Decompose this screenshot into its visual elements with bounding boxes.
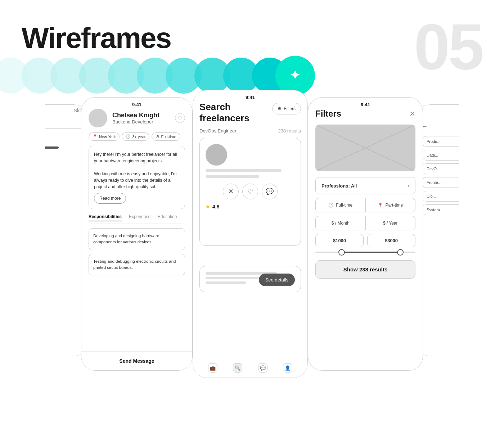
see-details-button[interactable]: See details xyxy=(259,274,295,286)
profile-tabs: Responsibilities Experience Education xyxy=(89,214,185,224)
location-icon: 📍 xyxy=(93,134,98,139)
status-bar-3: 9:41 xyxy=(193,90,307,102)
svg-point-8 xyxy=(223,58,259,94)
close-button[interactable]: ✕ xyxy=(409,110,415,117)
month-option[interactable]: $ / Month xyxy=(316,216,366,230)
send-message-button[interactable]: Send Message xyxy=(81,351,192,370)
nav-messages-icon[interactable]: 💬 xyxy=(258,363,267,373)
skip-text[interactable]: Skip xyxy=(17,105,88,113)
filters-title: Filters xyxy=(315,109,341,119)
phone-search: 9:41 Search freelancers ⚙ Filters DevOps… xyxy=(193,90,308,378)
card-front[interactable]: ✕ ♡ 💬 ★ 4.8 xyxy=(199,138,301,246)
phones-container: Skip y $ / Year 9:41 Chelsea Knight Back… xyxy=(0,90,504,378)
salary-period-filter: $ / Month $ / Year xyxy=(315,216,415,230)
profile-name: Chelsea Knight xyxy=(112,112,159,119)
search-header: Search freelancers ⚙ Filters xyxy=(199,102,301,124)
responsibility-1: Developing and designing hardware compon… xyxy=(89,228,185,250)
svg-point-3 xyxy=(79,58,115,94)
time-icon: ⏱ xyxy=(156,135,159,139)
jobtype-tag: ⏱ Full-time xyxy=(152,132,180,141)
location-icon2: 📍 xyxy=(378,203,383,208)
page-number: 05 xyxy=(414,14,482,79)
fulltime-option[interactable]: 🕐 Full-time xyxy=(316,198,366,212)
read-more-button[interactable]: Read more xyxy=(94,193,126,204)
svg-point-9 xyxy=(252,58,288,94)
category-data[interactable]: Data... xyxy=(421,150,482,161)
responsibility-2: Testing and debugging electronic circuit… xyxy=(89,254,185,276)
tab-responsibilities[interactable]: Responsibilities xyxy=(89,214,122,221)
results-count: 238 results xyxy=(278,128,301,134)
profile-info: Chelsea Knight Backend Developer xyxy=(112,112,159,125)
rating-value: 4.8 xyxy=(212,204,219,209)
year-option[interactable]: $ / Year xyxy=(366,216,415,230)
card-avatar xyxy=(206,144,227,166)
search-category: DevOps Engineer xyxy=(199,128,237,134)
profile-section: Chelsea Knight Backend Developer ♡ xyxy=(89,109,185,127)
category-product[interactable]: Produ... xyxy=(421,136,482,147)
back-button[interactable]: ← xyxy=(421,123,482,130)
svg-point-5 xyxy=(137,58,173,94)
phone-onboarding: Skip y $ / Year xyxy=(16,104,88,356)
card-actions: ✕ ♡ 💬 xyxy=(206,184,295,199)
filter-icon: ⚙ xyxy=(278,106,282,111)
nav-profile-icon[interactable]: 👤 xyxy=(283,363,292,373)
category-frontend[interactable]: Fronte... xyxy=(421,177,482,188)
svg-point-6 xyxy=(166,58,202,94)
phone-categories: ← Produ... Data... DevO... Fronte... Clo… xyxy=(416,104,488,356)
details-line-3 xyxy=(206,281,246,284)
range-track xyxy=(341,252,401,253)
tab-education[interactable]: Education xyxy=(158,214,177,221)
svg-point-10 xyxy=(275,56,315,95)
range-thumb-left[interactable] xyxy=(338,249,345,256)
nav-jobs-icon[interactable]: 💼 xyxy=(208,363,217,373)
min-salary-input[interactable]: $1000 xyxy=(315,234,364,247)
bottom-nav: 💼 🔍 💬 👤 xyxy=(193,358,307,378)
onboarding-letter: y xyxy=(19,113,85,125)
profile-role: Backend Developer xyxy=(112,119,159,125)
parttime-option[interactable]: 📍 Part-time xyxy=(366,198,415,212)
nav-search-icon[interactable]: 🔍 xyxy=(233,363,242,373)
image-placeholder xyxy=(315,125,415,171)
favorite-button[interactable]: ♡ xyxy=(175,113,185,123)
phone-profile: 9:41 Chelsea Knight Backend Developer ♡ … xyxy=(81,97,193,371)
bio-box: Hey there! I'm your perfect freelancer f… xyxy=(89,146,185,209)
phone-filters: 9:41 Filters ✕ Professions: All › 🕐 Full… xyxy=(308,97,423,371)
svg-point-7 xyxy=(194,58,230,94)
card-line-name xyxy=(206,169,282,172)
work-type-filter: 🕐 Full-time 📍 Part-time xyxy=(315,198,415,212)
rating-row: ★ 4.8 xyxy=(206,204,295,209)
message-button[interactable]: 💬 xyxy=(262,184,278,199)
category-cloud[interactable]: Clo... xyxy=(421,191,482,202)
location-tag: 📍 New York xyxy=(89,132,120,141)
dislike-button[interactable]: ✕ xyxy=(223,184,239,199)
category-devops[interactable]: DevO... xyxy=(421,163,482,174)
show-results-button[interactable]: Show 238 results xyxy=(315,260,415,279)
avatar xyxy=(89,109,107,127)
card-line-role xyxy=(206,175,259,178)
star-icon: ★ xyxy=(206,204,210,209)
svg-point-4 xyxy=(108,58,144,94)
filters-header: Filters ✕ xyxy=(315,109,415,119)
category-system[interactable]: System... xyxy=(421,204,482,215)
filters-button[interactable]: ⚙ Filters xyxy=(272,103,301,114)
clock-icon: 🕐 xyxy=(126,134,131,139)
professions-row[interactable]: Professions: All › xyxy=(315,177,415,194)
details-card[interactable]: See details xyxy=(199,266,301,292)
page-title: Wireframes xyxy=(22,22,171,55)
resp1-text: Developing and designing hardware compon… xyxy=(93,234,159,244)
clock-icon: 🕐 xyxy=(328,203,334,208)
tab-experience[interactable]: Experience xyxy=(129,214,150,221)
salary-range-slider[interactable] xyxy=(315,252,415,253)
svg-point-0 xyxy=(0,58,29,94)
tags-row: 📍 New York 🕐 3+ year ⏱ Full-time xyxy=(89,132,185,141)
like-button[interactable]: ♡ xyxy=(242,184,258,199)
svg-text:✦: ✦ xyxy=(289,67,301,83)
chevron-right-icon: › xyxy=(408,182,409,189)
salary-inputs: $1000 $3000 xyxy=(315,234,415,247)
svg-point-2 xyxy=(50,58,86,94)
range-thumb-right[interactable] xyxy=(397,249,404,256)
search-title: Search freelancers xyxy=(199,102,249,124)
max-salary-input[interactable]: $3000 xyxy=(367,234,415,247)
resp2-text: Testing and debugging electronic circuit… xyxy=(93,259,176,270)
search-subtitle-row: DevOps Engineer 238 results xyxy=(199,128,301,134)
